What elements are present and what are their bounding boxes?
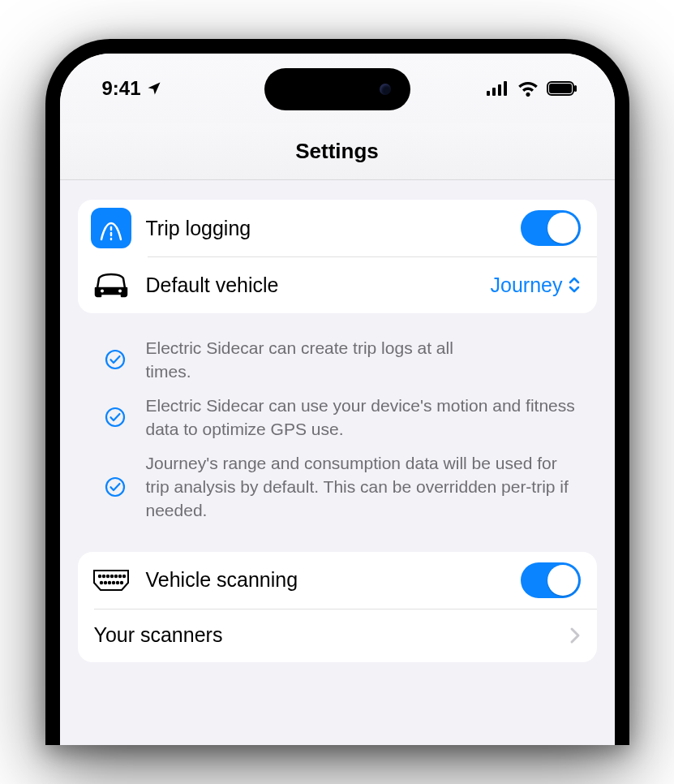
content: Trip logging Default vehicle J [60, 180, 615, 662]
trip-logging-switch[interactable] [521, 210, 581, 246]
svg-point-13 [98, 575, 100, 577]
svg-point-14 [102, 575, 104, 577]
svg-rect-5 [549, 84, 572, 93]
svg-point-9 [118, 290, 122, 293]
footer-text: Electric Sidecar can use your device's m… [146, 394, 582, 442]
svg-point-16 [110, 575, 112, 577]
default-vehicle-label: Default vehicle [146, 274, 476, 297]
svg-point-17 [114, 575, 116, 577]
svg-point-24 [116, 582, 118, 584]
footer-item: Electric Sidecar can use your device's m… [104, 389, 582, 446]
svg-point-11 [106, 408, 124, 426]
svg-point-22 [108, 582, 109, 584]
svg-rect-6 [574, 85, 577, 92]
default-vehicle-value[interactable]: Journey [491, 274, 581, 297]
status-time: 9:41 [102, 77, 141, 100]
svg-point-8 [101, 290, 104, 293]
svg-point-23 [112, 582, 114, 584]
car-icon [91, 265, 131, 305]
vehicle-scanning-row[interactable]: Vehicle scanning [78, 552, 597, 609]
check-icon [104, 348, 127, 371]
battery-icon [547, 81, 577, 96]
obd-icon [91, 560, 131, 601]
svg-point-15 [106, 575, 108, 577]
svg-point-18 [118, 575, 120, 577]
phone-frame: 9:41 [45, 39, 629, 745]
settings-group-trip: Trip logging Default vehicle J [78, 200, 597, 313]
svg-point-10 [106, 351, 124, 368]
vehicle-scanning-switch[interactable] [521, 562, 581, 598]
vehicle-scanning-label: Vehicle scanning [146, 568, 506, 592]
check-icon [104, 406, 127, 429]
footer-item: Journey's range and consumption data wil… [104, 446, 582, 528]
page-title: Settings [295, 139, 379, 164]
default-vehicle-row[interactable]: Default vehicle Journey [78, 256, 597, 313]
svg-point-12 [106, 478, 124, 496]
svg-point-21 [104, 582, 105, 584]
trip-logging-label: Trip logging [146, 217, 506, 240]
your-scanners-row[interactable]: Your scanners [78, 609, 597, 662]
chevron-right-icon [569, 627, 581, 644]
screen: 9:41 [60, 54, 615, 745]
wifi-icon [517, 80, 539, 97]
svg-rect-0 [487, 91, 490, 96]
nav-bar: Settings [60, 123, 615, 180]
chevron-updown-icon [568, 276, 581, 294]
footer-text: Electric Sidecar can create trip logs at… [146, 336, 454, 384]
dynamic-island [264, 68, 410, 110]
svg-rect-3 [504, 81, 507, 96]
your-scanners-label: Your scanners [94, 623, 555, 647]
footer-item: Electric Sidecar can create trip logs at… [104, 331, 582, 389]
svg-rect-2 [498, 84, 501, 96]
footer-text: Journey's range and consumption data wil… [146, 451, 582, 523]
trip-logging-row[interactable]: Trip logging [78, 200, 597, 256]
check-icon [104, 476, 127, 498]
trip-logging-footer: Electric Sidecar can create trip logs at… [78, 325, 597, 552]
settings-group-scanning: Vehicle scanning Your scanners [78, 552, 597, 662]
svg-point-25 [120, 582, 122, 584]
svg-point-20 [100, 582, 101, 584]
cellular-icon [487, 81, 509, 96]
trip-logging-icon [91, 208, 131, 248]
svg-rect-1 [492, 88, 496, 96]
location-icon [146, 80, 162, 97]
svg-point-19 [122, 575, 124, 577]
